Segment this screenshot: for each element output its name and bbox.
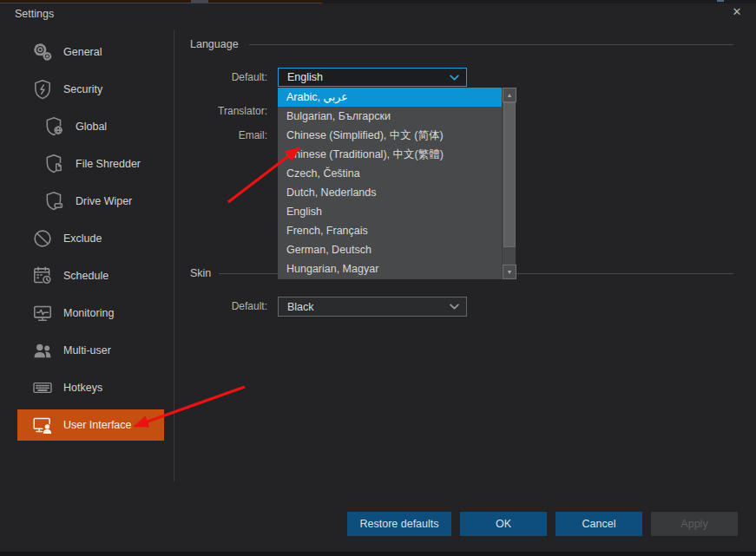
sidebar-item-label: General <box>63 46 102 58</box>
dialog-title: Settings <box>15 8 54 20</box>
apply-button[interactable]: Apply <box>651 512 738 536</box>
dropdown-option-hungarian[interactable]: Hungarian, Magyar <box>278 259 502 278</box>
skin-default-value: Black <box>287 301 450 313</box>
sidebar-item-label: File Shredder <box>76 158 141 170</box>
language-section-rule <box>249 44 733 45</box>
gears-icon <box>31 41 54 63</box>
dropdown-option-chinese-simplified[interactable]: Chinese (Simplified), 中文 (简体) <box>278 126 502 145</box>
shield-drive-icon <box>43 190 66 213</box>
close-icon[interactable]: ✕ <box>727 3 746 21</box>
sidebar-item-label: User Interface <box>63 419 132 431</box>
chevron-down-icon <box>450 75 459 81</box>
language-dropdown-options: Arabic, عربي Bulgarian, Български Chines… <box>278 88 502 279</box>
sidebar-item-monitoring[interactable]: Monitoring <box>17 298 164 329</box>
dropdown-option-arabic[interactable]: Arabic, عربي <box>278 88 502 107</box>
skin-default-label: Default: <box>174 300 267 312</box>
sidebar-item-drive-wiper[interactable]: Drive Wiper <box>17 186 164 217</box>
background-app-strip <box>0 0 756 3</box>
skin-default-select[interactable]: Black <box>278 297 467 317</box>
sidebar-item-multi-user[interactable]: Multi-user <box>17 335 164 366</box>
sidebar-item-label: Monitoring <box>63 307 114 319</box>
sidebar-item-label: Drive Wiper <box>76 195 132 207</box>
dropdown-option-chinese-traditional[interactable]: Chinese (Traditional), 中文(繁體) <box>278 145 502 164</box>
sidebar-item-label: Hotkeys <box>63 382 102 394</box>
dropdown-option-english[interactable]: English <box>278 202 502 221</box>
language-default-value: English <box>287 71 450 83</box>
users-icon <box>31 339 54 362</box>
dropdown-option-dutch[interactable]: Dutch, Nederlands <box>278 183 502 202</box>
sidebar-divider <box>174 30 174 481</box>
scroll-down-icon[interactable]: ▼ <box>503 265 516 279</box>
sidebar-item-hotkeys[interactable]: Hotkeys <box>17 372 164 403</box>
language-email-label: Email: <box>174 129 267 141</box>
dropdown-option-french[interactable]: French, Français <box>278 221 502 240</box>
shield-file-icon <box>43 153 66 175</box>
language-default-select[interactable]: English <box>278 68 467 87</box>
cancel-button[interactable]: Cancel <box>555 512 642 536</box>
ok-button[interactable]: OK <box>460 512 547 536</box>
language-default-label: Default: <box>174 71 267 83</box>
settings-sidebar: General Security Global <box>0 36 174 447</box>
language-dropdown-list: Arabic, عربي Bulgarian, Български Chines… <box>278 88 516 279</box>
sidebar-item-label: Schedule <box>63 270 108 282</box>
restore-defaults-button[interactable]: Restore defaults <box>347 512 451 536</box>
dropdown-option-czech[interactable]: Czech, Čeština <box>278 164 502 183</box>
shield-bolt-icon <box>31 78 54 101</box>
scrollbar-thumb[interactable] <box>503 102 516 247</box>
sidebar-item-exclude[interactable]: Exclude <box>17 223 164 254</box>
sidebar-item-file-shredder[interactable]: File Shredder <box>17 148 164 180</box>
sidebar-item-security[interactable]: Security <box>17 74 164 105</box>
background-app-icon-sliver <box>717 0 724 2</box>
keyboard-icon <box>31 376 54 399</box>
shield-globe-icon <box>43 115 66 138</box>
dropdown-scrollbar[interactable]: ▲ ▼ <box>502 88 516 279</box>
sidebar-item-label: Security <box>63 83 102 95</box>
monitor-user-icon <box>31 414 54 436</box>
scroll-up-icon[interactable]: ▲ <box>503 88 516 102</box>
dropdown-option-bulgarian[interactable]: Bulgarian, Български <box>278 107 502 126</box>
sidebar-item-general[interactable]: General <box>17 36 164 68</box>
chevron-down-icon <box>450 304 459 310</box>
monitor-pulse-icon <box>31 302 54 324</box>
calendar-clock-icon <box>31 265 54 287</box>
dropdown-option-german[interactable]: German, Deutsch <box>278 240 502 259</box>
sidebar-item-label: Multi-user <box>63 344 111 356</box>
sidebar-item-schedule[interactable]: Schedule <box>17 260 164 291</box>
sidebar-item-global[interactable]: Global <box>17 111 164 142</box>
language-section-title: Language <box>190 38 239 50</box>
language-translator-label: Translator: <box>174 105 267 117</box>
skin-section-title: Skin <box>190 267 211 279</box>
sidebar-item-label: Exclude <box>63 232 102 245</box>
background-app-icon-sliver <box>191 0 208 3</box>
dialog-bottom-edge <box>0 552 756 556</box>
ban-icon <box>31 227 54 250</box>
sidebar-item-label: Global <box>76 121 107 133</box>
sidebar-item-user-interface[interactable]: User Interface <box>17 409 164 441</box>
background-app-toolbar <box>0 0 322 3</box>
